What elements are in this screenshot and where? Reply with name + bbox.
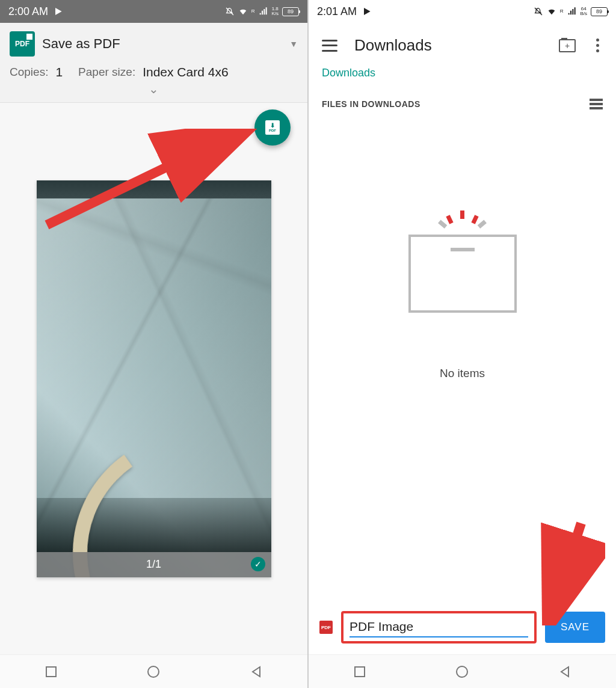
nav-bar <box>0 654 307 688</box>
copies-value[interactable]: 1 <box>55 65 63 79</box>
filename-highlight <box>341 611 537 643</box>
menu-icon[interactable] <box>322 40 337 52</box>
svg-point-5 <box>457 666 467 677</box>
recent-apps-button[interactable] <box>353 665 367 679</box>
printer-select-row[interactable]: PDF Save as PDF ▼ <box>10 31 298 57</box>
status-bar-right: 2:01 AM R 64 B/s <box>309 0 616 23</box>
filename-input[interactable] <box>350 617 528 637</box>
print-options-header: PDF Save as PDF ▼ Copies: 1 Paper size: … <box>0 23 307 103</box>
empty-box-icon <box>408 235 517 313</box>
list-view-toggle-icon[interactable] <box>590 99 603 109</box>
empty-state-text: No items <box>440 367 485 380</box>
empty-confetti-icon <box>435 188 490 224</box>
home-button[interactable] <box>455 665 469 679</box>
svg-rect-4 <box>355 667 365 677</box>
wifi-icon <box>238 7 248 16</box>
roaming-indicator: R <box>251 9 255 14</box>
recent-apps-button[interactable] <box>44 665 58 679</box>
breadcrumb[interactable]: Downloads <box>309 61 616 85</box>
roaming-indicator: R <box>560 9 564 14</box>
expand-options-icon[interactable]: ⌄ <box>10 79 298 99</box>
dnd-icon <box>225 7 235 16</box>
page-selected-check-icon[interactable]: ✓ <box>251 557 265 571</box>
save-bar: PDF SAVE <box>309 603 616 654</box>
downloads-header: Downloads + <box>309 23 616 61</box>
preview-page[interactable]: 1/1 ✓ <box>37 180 271 577</box>
nav-bar <box>309 654 616 688</box>
battery-indicator: 89 <box>591 7 608 16</box>
chevron-down-icon: ▼ <box>289 39 298 49</box>
status-time: 2:00 AM <box>8 5 48 18</box>
battery-indicator: 89 <box>282 7 299 16</box>
svg-rect-1 <box>46 667 56 677</box>
signal-icon <box>567 7 576 16</box>
status-bar-left: 2:00 AM R 1.8 <box>0 0 307 23</box>
wifi-icon <box>547 7 556 16</box>
save-button[interactable]: SAVE <box>545 612 605 643</box>
page-indicator: 1/1 <box>146 558 161 571</box>
home-button[interactable] <box>146 665 161 679</box>
empty-state: No items <box>309 115 616 603</box>
print-preview-area[interactable]: 1/1 ✓ <box>0 103 307 654</box>
save-pdf-fab[interactable]: ⬇ PDF <box>254 109 291 146</box>
status-time: 2:01 AM <box>317 5 357 18</box>
more-options-icon[interactable] <box>593 38 603 52</box>
copies-label: Copies: <box>10 66 48 79</box>
play-store-icon <box>54 7 64 16</box>
net-rate: 1.8 K/s <box>271 7 279 16</box>
signal-icon <box>258 7 268 16</box>
download-pdf-icon: ⬇ PDF <box>265 120 280 135</box>
pdf-file-icon: PDF <box>319 621 333 634</box>
play-store-icon <box>363 7 372 16</box>
paper-size-value[interactable]: Index Card 4x6 <box>143 65 228 79</box>
page-title: Downloads <box>354 36 542 55</box>
printer-target-label: Save as PDF <box>42 36 282 52</box>
new-folder-icon[interactable]: + <box>559 39 576 52</box>
pdf-icon: PDF <box>10 31 35 57</box>
paper-size-label: Paper size: <box>78 66 135 79</box>
back-button[interactable] <box>249 665 263 679</box>
net-rate: 64 B/s <box>580 7 587 16</box>
section-label: FILES IN DOWNLOADS <box>322 99 420 109</box>
svg-point-2 <box>148 666 159 677</box>
back-button[interactable] <box>558 665 572 679</box>
dnd-icon <box>534 7 543 16</box>
